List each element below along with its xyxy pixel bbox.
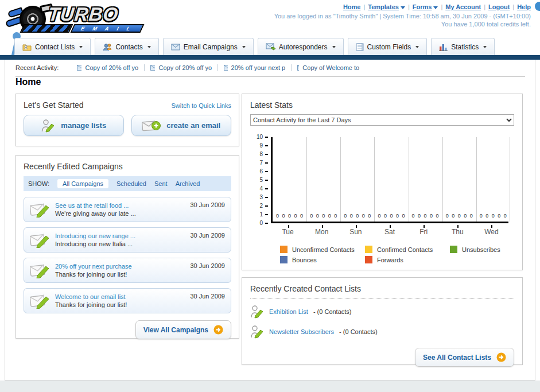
y-tick-mark [265, 197, 268, 198]
tab-custom-fields[interactable]: Custom Fields [348, 38, 428, 55]
category-separator-line [306, 137, 307, 222]
person-pencil-icon [250, 325, 264, 339]
tab-statistics[interactable]: Statistics [431, 38, 495, 55]
recent-activity-bar: Recent Activity: Copy of 20% off yo Copy… [15, 64, 525, 77]
y-tick-mark [265, 145, 268, 146]
bar-value-label: 0 [480, 213, 483, 219]
get-started-title: Let's Get Started [24, 100, 84, 110]
stats-period-select[interactable]: Contact Activity for the Last 7 Days [250, 114, 514, 126]
statistics-barchart-icon [439, 43, 448, 51]
x-tick-label: Tue [271, 228, 305, 236]
manage-lists-button[interactable]: manage lists [24, 115, 124, 136]
nav-link-forms[interactable]: Forms [413, 3, 432, 10]
campaign-date: 30 Jun 2009 [190, 262, 225, 269]
campaign-row[interactable]: Welcome to our email list Thanks for joi… [24, 288, 231, 313]
get-started-panel: Let's Get Started Switch to Quick Links … [15, 94, 239, 146]
x-tick-label: Sat [372, 228, 407, 236]
recent-activity-item[interactable]: Copy of 20% off yo [71, 64, 145, 71]
bar-value-label: 0 [390, 213, 393, 219]
chart-legend: Unconfirmed ContactsConfirmed ContactsUn… [280, 246, 514, 263]
nav-link-my-account[interactable]: My Account [445, 3, 481, 10]
legend-label: Confirmed Contacts [377, 246, 433, 253]
recent-activity-item[interactable]: Copy of 20% off yo [145, 64, 218, 71]
nav-link-logout[interactable]: Logout [488, 3, 510, 10]
tab-email-campaigns[interactable]: Email Campaigns [163, 38, 254, 55]
y-tick-mark [265, 214, 268, 215]
y-tick-label: 6 [250, 168, 263, 174]
switch-quick-links[interactable]: Switch to Quick Links [171, 102, 231, 109]
recent-activity-item[interactable]: Copy of Welcome to [292, 64, 365, 71]
tab-autoresponders[interactable]: Autoresponders [258, 38, 344, 55]
y-tick-mark [265, 180, 268, 181]
legend-item: Unsubscribes [450, 246, 535, 253]
campaign-row[interactable]: Introducing our new range ... Introducin… [24, 227, 231, 253]
contact-list-name-link[interactable]: Exhibition List [269, 308, 308, 315]
logo-title: TURBO [47, 3, 119, 25]
campaign-title-link[interactable]: Welcome to our email list [55, 293, 184, 301]
envelope-pencil-icon [30, 262, 49, 278]
campaigns-title: Recently Edited Campaigns [24, 162, 231, 171]
create-email-button[interactable]: create an email [131, 115, 232, 136]
view-all-campaigns-button[interactable]: View All Campaigns [135, 320, 231, 339]
tab-contact-lists[interactable]: Contact Lists [14, 38, 91, 55]
y-tick-mark [265, 137, 268, 138]
tab-label: Email Campaigns [184, 43, 238, 51]
legend-label: Bounces [292, 257, 317, 263]
envelope-plus-icon [142, 119, 161, 133]
campaign-title-link[interactable]: See us at the retail food ... [55, 201, 184, 209]
bar-value-label: 0 [418, 213, 421, 219]
recent-activity-label: Recent Activity: [15, 64, 59, 71]
contact-list-name-link[interactable]: Newsletter Subscribers [269, 328, 334, 335]
chart-plot-area: 00000000000000000000000000000000000 [271, 137, 508, 223]
bar-value-label: 0 [368, 213, 371, 219]
page-footer-strip [0, 381, 540, 392]
campaign-subtitle: We're giving away our late ... [55, 209, 184, 218]
recent-activity-text: Copy of 20% off yo [85, 64, 138, 71]
filter-archived[interactable]: Archived [176, 180, 200, 187]
bar-value-label: 0 [446, 213, 449, 219]
nav-link-help[interactable]: Help [517, 3, 531, 10]
tab-label: Statistics [451, 43, 479, 51]
arrow-circle-icon [496, 352, 506, 362]
dropdown-caret-icon [242, 46, 246, 48]
bar-value-label: 0 [504, 213, 507, 219]
envelope-pencil-icon [30, 232, 49, 248]
envelope-icon [150, 65, 155, 71]
filter-scheduled[interactable]: Scheduled [116, 180, 146, 187]
logo-subtitle: E M A I L [71, 24, 145, 33]
campaign-row[interactable]: 20% off your next purchase Thanks for jo… [24, 258, 231, 283]
bar-value-label: 0 [464, 213, 467, 219]
contact-list-row[interactable]: Exhibition List - (0 Contacts) [250, 305, 514, 319]
recent-activity-item[interactable]: 20% off your next p [218, 64, 292, 71]
campaign-subtitle: Thanks for joining our list! [55, 270, 184, 278]
logo-stripes-icon [20, 24, 73, 33]
legend-swatch-icon [280, 256, 288, 263]
help-bubble-icon [535, 2, 540, 11]
bar-value-label: 0 [282, 213, 285, 219]
tab-contacts[interactable]: Contacts [95, 38, 158, 55]
legend-swatch-icon [365, 256, 372, 263]
nav-link-home[interactable]: Home [343, 3, 361, 10]
contact-list-row[interactable]: Newsletter Subscribers - (0 Contacts) [250, 325, 514, 339]
campaign-list: See us at the retail food ... We're givi… [24, 197, 231, 313]
y-tick-mark [265, 162, 268, 164]
credits-info: You have 1,000 total credits left. [441, 21, 531, 28]
campaign-title-link[interactable]: 20% off your next purchase [55, 262, 184, 270]
y-tick-label: 5 [250, 177, 263, 183]
filter-sent[interactable]: Sent [154, 180, 168, 187]
autoresponder-envelope-icon [266, 43, 275, 51]
campaign-title-link[interactable]: Introducing our new range ... [55, 232, 184, 240]
nav-separator: | [363, 3, 365, 10]
campaign-subtitle: Introducing our new Italia ... [55, 240, 184, 248]
tab-label: Custom Fields [367, 43, 411, 51]
header-nav-links: Home|Templates|Forms|My Account|Logout|H… [343, 3, 531, 10]
campaign-row[interactable]: See us at the retail food ... We're givi… [24, 197, 231, 222]
legend-label: Unconfirmed Contacts [292, 246, 355, 253]
see-all-contact-lists-button[interactable]: See All Contact Lists [415, 348, 514, 367]
filter-all-campaigns[interactable]: All Campaigns [57, 179, 108, 188]
legend-label: Unsubscribes [462, 246, 500, 253]
see-all-contact-lists-label: See All Contact Lists [423, 354, 491, 362]
nav-link-templates[interactable]: Templates [368, 3, 399, 10]
dropdown-caret-icon [79, 46, 83, 48]
view-all-campaigns-label: View All Campaigns [143, 326, 208, 334]
